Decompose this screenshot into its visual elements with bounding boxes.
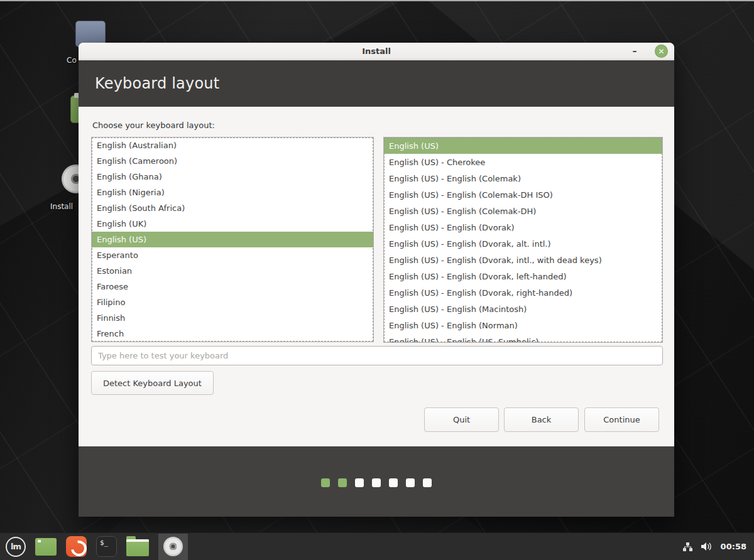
mint-menu-icon[interactable]: lm — [6, 537, 26, 557]
progress-dot — [355, 478, 364, 487]
mint-logo-glyph: lm — [11, 542, 21, 551]
progress-dot — [389, 478, 398, 487]
quit-button[interactable]: Quit — [424, 407, 499, 432]
taskbar: lm $_ 00:58 — [0, 532, 754, 560]
variant-list-item[interactable]: English (US) - English (Dvorak, left-han… — [384, 268, 662, 284]
firefox-icon[interactable] — [66, 536, 87, 557]
keyboard-test-input[interactable] — [91, 346, 663, 365]
taskbar-launchers: lm $_ — [0, 533, 188, 560]
layout-list-item[interactable]: Faroese — [92, 279, 373, 294]
layout-list-item[interactable]: English (Ghana) — [92, 169, 373, 185]
network-icon[interactable] — [682, 542, 693, 552]
variant-list-item[interactable]: English (US) - English (Dvorak, right-ha… — [384, 284, 662, 301]
active-window-taskbar-item[interactable] — [158, 534, 188, 560]
layout-list-item[interactable]: English (UK) — [92, 216, 373, 232]
layout-list-item[interactable]: Estonian — [92, 263, 373, 279]
progress-footer — [79, 446, 674, 517]
window-title: Install — [362, 46, 391, 56]
layout-list-item[interactable]: English (South Africa) — [92, 200, 373, 216]
variant-list-item[interactable]: English (US) - English (US, Symbolic) — [384, 333, 662, 343]
progress-dot — [406, 478, 415, 487]
computer-icon-label: Co — [67, 56, 77, 65]
variant-list-item[interactable]: English (US) - Cherokee — [384, 154, 662, 170]
layout-list-item[interactable]: Filipino — [92, 294, 373, 310]
layout-list-item[interactable]: Esperanto — [92, 247, 373, 263]
variant-list-item[interactable]: English (US) - English (Macintosh) — [384, 301, 662, 317]
file-manager-icon[interactable] — [126, 539, 149, 556]
close-button[interactable]: ✕ — [655, 45, 668, 58]
keyboard-variant-list[interactable]: English (US)English (US) - CherokeeEngli… — [383, 137, 663, 343]
window-content: Choose your keyboard layout: English (Au… — [79, 107, 674, 446]
variant-list-item[interactable]: English (US) - English (Norman) — [384, 317, 662, 333]
page-title: Keyboard layout — [95, 75, 219, 92]
variant-list-item[interactable]: English (US) - English (Colemak-DH) — [384, 203, 662, 219]
choose-layout-label: Choose your keyboard layout: — [92, 121, 215, 130]
layout-list-item[interactable]: English (Cameroon) — [92, 153, 373, 169]
step-header: Keyboard layout — [79, 60, 674, 107]
taskbar-clock[interactable]: 00:58 — [721, 542, 746, 551]
terminal-prompt-glyph: $_ — [100, 539, 108, 547]
window-titlebar[interactable]: Install – ✕ — [79, 43, 674, 60]
terminal-icon[interactable]: $_ — [96, 536, 117, 557]
back-button[interactable]: Back — [504, 407, 579, 432]
continue-button[interactable]: Continue — [584, 407, 659, 432]
minimize-button[interactable]: – — [628, 44, 642, 58]
layout-list-item[interactable]: English (US) — [92, 232, 373, 247]
install-disc-icon — [163, 537, 183, 556]
variant-list-item[interactable]: English (US) - English (Colemak-DH ISO) — [384, 186, 662, 203]
variant-list-item[interactable]: English (US) — [384, 137, 662, 154]
keyboard-layout-list[interactable]: English (Australian)English (Cameroon)En… — [91, 137, 374, 342]
system-tray: 00:58 — [682, 541, 754, 552]
layout-list-item[interactable]: Finnish — [92, 310, 373, 326]
install-icon-label: Install — [50, 202, 73, 211]
progress-dot — [372, 478, 381, 487]
progress-dots — [321, 478, 432, 487]
variant-list-item[interactable]: English (US) - English (Dvorak, alt. int… — [384, 235, 662, 252]
layout-list-item[interactable]: French — [92, 326, 373, 342]
install-window: Install – ✕ Keyboard layout Choose your … — [79, 43, 674, 517]
volume-icon[interactable] — [701, 541, 713, 552]
detect-keyboard-layout-button[interactable]: Detect Keyboard Layout — [91, 371, 214, 395]
layout-list-item[interactable]: English (Australian) — [92, 137, 373, 153]
layout-list-item[interactable]: English (Nigeria) — [92, 185, 373, 200]
variant-list-item[interactable]: English (US) - English (Dvorak) — [384, 219, 662, 235]
show-desktop-icon[interactable] — [35, 538, 57, 556]
progress-dot — [338, 478, 347, 487]
progress-dot — [423, 478, 432, 487]
variant-list-item[interactable]: English (US) - English (Dvorak, intl., w… — [384, 252, 662, 268]
progress-dot — [321, 478, 330, 487]
screen-top-highlight — [0, 0, 754, 1]
variant-list-item[interactable]: English (US) - English (Colemak) — [384, 170, 662, 186]
